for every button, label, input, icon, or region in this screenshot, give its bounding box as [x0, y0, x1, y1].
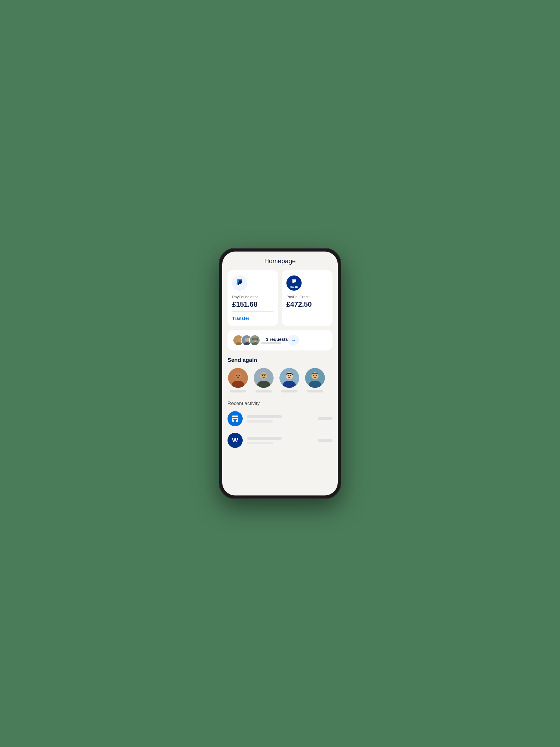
- contact-5[interactable]: [330, 368, 332, 392]
- svg-rect-12: [252, 338, 259, 340]
- svg-point-7: [245, 338, 249, 341]
- paypal-credit-amount: £472.50: [287, 300, 328, 308]
- svg-rect-46: [234, 419, 236, 422]
- contact-1[interactable]: [228, 368, 248, 392]
- request-avatars: [233, 335, 257, 346]
- contact-avatar-1: [228, 368, 248, 388]
- svg-point-31: [290, 375, 291, 376]
- activity-icon-store: [228, 411, 243, 426]
- contact-name-bar-2: [256, 390, 272, 392]
- svg-point-3: [237, 338, 241, 342]
- svg-point-22: [260, 372, 267, 379]
- send-again-title: Send again: [228, 357, 332, 363]
- paypal-p-icon: [236, 278, 244, 289]
- transfer-button[interactable]: Transfer: [232, 316, 273, 321]
- contact-name-bar-4: [307, 390, 323, 392]
- requests-arrow-button[interactable]: →: [288, 335, 299, 346]
- contact-avatar-2: [254, 368, 273, 388]
- recent-activity-title: Recent activity: [228, 401, 332, 407]
- svg-rect-25: [261, 374, 266, 375]
- svg-point-18: [239, 375, 240, 376]
- requests-bar[interactable]: 3 requests →: [228, 330, 332, 351]
- paypal-credit-label: PayPal Credit: [287, 295, 328, 299]
- paypal-credit-logo: Credit: [287, 276, 301, 291]
- activity-info-2: [247, 437, 314, 444]
- phone-device: Homepage PayPal balance £151.68: [219, 248, 341, 499]
- page-title: Homepage: [228, 257, 332, 265]
- requests-info: 3 requests: [261, 337, 288, 344]
- activity-line-b: [247, 420, 273, 422]
- send-again-list[interactable]: [228, 368, 332, 392]
- svg-point-23: [262, 375, 263, 376]
- contact-name-bar-3: [281, 390, 297, 392]
- balance-cards-row: PayPal balance £151.68 Transfer: [228, 270, 332, 326]
- contact-name-bar-1: [230, 390, 246, 392]
- svg-point-37: [316, 375, 317, 376]
- activity-info-1: [247, 415, 314, 422]
- activity-amount-2: [318, 439, 332, 442]
- activity-item-1[interactable]: [228, 411, 332, 426]
- paypal-logo-white: [232, 276, 247, 291]
- activity-amount-1: [318, 417, 332, 420]
- svg-point-17: [236, 375, 237, 376]
- svg-rect-47: [233, 419, 234, 420]
- card-divider: [232, 311, 273, 312]
- w-icon-letter: W: [232, 437, 238, 444]
- paypal-balance-amount: £151.68: [232, 300, 273, 308]
- activity-icon-w: W: [228, 433, 243, 448]
- paypal-credit-icon: Credit: [290, 278, 298, 288]
- credit-text-label: Credit: [290, 286, 298, 288]
- svg-point-36: [313, 375, 314, 376]
- svg-point-24: [264, 375, 265, 376]
- contact-2[interactable]: [253, 368, 274, 392]
- svg-rect-48: [236, 419, 237, 420]
- request-avatar-3: [249, 335, 260, 346]
- activity-item-2[interactable]: W: [228, 433, 332, 448]
- contact-avatar-3: [279, 368, 299, 388]
- contact-3[interactable]: [279, 368, 300, 392]
- paypal-balance-card[interactable]: PayPal balance £151.68 Transfer: [228, 270, 278, 326]
- paypal-balance-label: PayPal balance: [232, 295, 273, 299]
- screen-content[interactable]: Homepage PayPal balance £151.68: [222, 252, 338, 495]
- svg-point-30: [288, 375, 289, 376]
- contact-4[interactable]: [304, 368, 325, 392]
- paypal-credit-card[interactable]: Credit PayPal Credit £472.50: [282, 270, 332, 326]
- activity-line-a: [247, 415, 282, 418]
- requests-sub: [261, 342, 281, 344]
- svg-point-16: [235, 372, 241, 379]
- activity-line-c: [247, 437, 282, 440]
- svg-rect-38: [312, 373, 318, 375]
- requests-label: 3 requests: [266, 337, 288, 342]
- phone-screen: Homepage PayPal balance £151.68: [222, 252, 338, 495]
- activity-line-d: [247, 442, 273, 444]
- contact-avatar-4: [305, 368, 325, 388]
